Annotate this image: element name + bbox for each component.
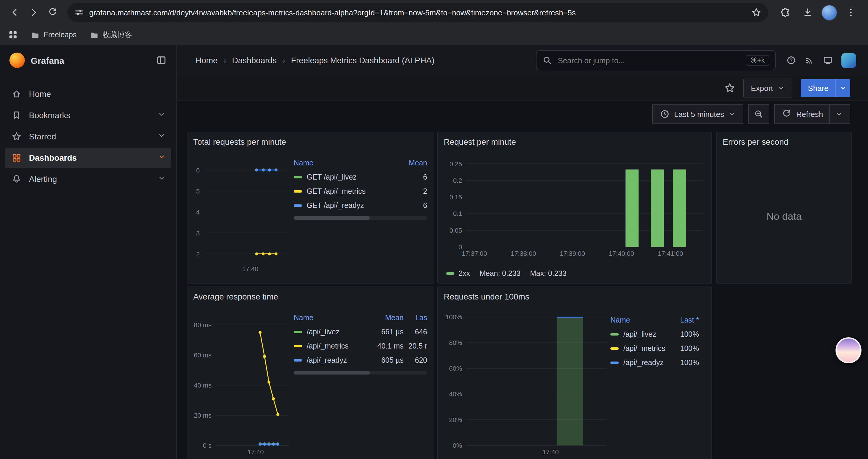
search-box[interactable]: ⌘+k bbox=[536, 50, 776, 70]
grafana-app: Grafana Home Bookmarks Starred bbox=[0, 45, 868, 459]
bookmark-icon bbox=[12, 110, 21, 120]
assistant-avatar-overlay[interactable] bbox=[836, 337, 862, 363]
address-bar[interactable]: grafana.mathmast.com/d/deytv4rwavabkb/fr… bbox=[67, 3, 768, 22]
legend-col[interactable]: 100% bbox=[668, 359, 699, 367]
legend-row[interactable]: /api/_livez100% bbox=[610, 327, 699, 341]
legend-col[interactable]: Mean bbox=[394, 159, 427, 167]
panel-errors-per-second[interactable]: Errors per second No data bbox=[716, 132, 852, 284]
grafana-logo[interactable] bbox=[9, 53, 25, 68]
panel-title[interactable]: Average response time bbox=[193, 292, 278, 301]
browser-profile-avatar[interactable] bbox=[821, 4, 837, 21]
site-info-icon[interactable] bbox=[74, 8, 84, 17]
url-text[interactable]: grafana.mathmast.com/d/deytv4rwavabkb/fr… bbox=[89, 8, 746, 17]
panel-title[interactable]: Requests under 100ms bbox=[444, 292, 529, 301]
svg-text:0.25: 0.25 bbox=[450, 160, 462, 168]
svg-text:17:40: 17:40 bbox=[242, 265, 258, 273]
user-profile-avatar[interactable] bbox=[841, 53, 856, 68]
collapse-sidebar-icon[interactable] bbox=[156, 55, 167, 66]
legend-col[interactable]: 20.5 r bbox=[404, 342, 427, 350]
legend-scrollbar[interactable] bbox=[294, 216, 427, 220]
time-range-picker[interactable]: Last 5 minutes bbox=[652, 104, 744, 124]
refresh-interval-caret-icon[interactable] bbox=[836, 110, 843, 118]
breadcrumb-home[interactable]: Home bbox=[195, 56, 218, 65]
chevron-down-icon[interactable] bbox=[158, 132, 165, 141]
reload-button[interactable] bbox=[44, 4, 61, 21]
panel-requests-under-100ms[interactable]: Requests under 100ms 0%20%40%60%80%100%1… bbox=[437, 287, 712, 459]
zoom-out-button[interactable] bbox=[748, 104, 770, 124]
sidebar-item-alerting[interactable]: Alerting bbox=[5, 169, 172, 189]
back-button[interactable] bbox=[6, 4, 24, 21]
legend-col: Name bbox=[610, 316, 668, 324]
panel-title[interactable]: Errors per second bbox=[723, 137, 788, 146]
svg-text:17:40: 17:40 bbox=[542, 448, 559, 456]
legend-row[interactable]: /api/_livez661 µs646 bbox=[294, 325, 427, 339]
bookmark-star-icon[interactable] bbox=[752, 8, 761, 17]
legend-row[interactable]: GET /api/_metrics2 bbox=[294, 184, 427, 198]
bar-chart[interactable]: 0%20%40%60%80%100%17:40 bbox=[442, 308, 610, 457]
legend-row[interactable]: /api/_metrics40.1 ms20.5 r bbox=[294, 339, 427, 353]
timeseries-chart[interactable]: 2345617:40 bbox=[191, 156, 292, 274]
share-button[interactable]: Share bbox=[801, 79, 850, 97]
svg-text:20 ms: 20 ms bbox=[194, 412, 212, 419]
sidebar-item-bookmarks[interactable]: Bookmarks bbox=[5, 105, 172, 125]
share-dropdown-caret[interactable] bbox=[836, 79, 850, 97]
browser-menu-icon[interactable] bbox=[842, 4, 860, 21]
sidebar-item-home[interactable]: Home bbox=[5, 84, 172, 104]
panel-average-response-time[interactable]: Average response time 0 s20 ms40 ms60 ms… bbox=[187, 287, 434, 459]
legend-col[interactable]: 100% bbox=[668, 330, 699, 338]
legend-col[interactable]: 6 bbox=[394, 201, 427, 210]
export-button[interactable]: Export bbox=[743, 78, 793, 97]
legend-col[interactable]: 100% bbox=[668, 345, 699, 353]
bookmark-folder-freeleaps[interactable]: Freeleaps bbox=[31, 30, 76, 39]
legend-col[interactable]: 620 bbox=[404, 356, 427, 364]
bar-chart[interactable]: 00.050.10.150.20.2517:37:0017:38:0017:39… bbox=[442, 154, 707, 259]
legend-col[interactable]: 605 µs bbox=[367, 356, 404, 364]
legend-col[interactable]: 2 bbox=[394, 187, 427, 196]
timeseries-chart[interactable]: 0 s20 ms40 ms60 ms80 ms17:40 bbox=[191, 311, 292, 457]
legend-row[interactable]: GET /api/_livez6 bbox=[294, 170, 427, 184]
bookmarks-bar: Freeleaps 收藏博客 bbox=[0, 25, 868, 45]
panel-request-per-minute[interactable]: Request per minute 00.050.10.150.20.2517… bbox=[437, 132, 712, 284]
sidebar-item-starred[interactable]: Starred bbox=[5, 126, 172, 146]
legend-col[interactable]: 661 µs bbox=[367, 328, 404, 336]
legend-col[interactable]: 6 bbox=[394, 173, 427, 182]
legend-col[interactable]: 40.1 ms bbox=[367, 342, 404, 350]
chevron-down-icon[interactable] bbox=[158, 153, 165, 162]
legend-col[interactable]: Las bbox=[404, 314, 427, 322]
svg-text:17:37:00: 17:37:00 bbox=[462, 250, 487, 257]
legend-table: NameLast */api/_livez100%/api/_metrics10… bbox=[610, 313, 699, 370]
search-icon bbox=[542, 56, 552, 65]
legend-row[interactable]: GET /api/_readyz6 bbox=[294, 198, 427, 213]
forward-button[interactable] bbox=[25, 4, 42, 21]
apps-grid-icon[interactable] bbox=[8, 30, 18, 40]
chevron-down-icon[interactable] bbox=[158, 174, 165, 184]
breadcrumb-dashboards[interactable]: Dashboards bbox=[232, 56, 277, 65]
bookmark-folder-blogs[interactable]: 收藏博客 bbox=[90, 30, 132, 40]
monitor-icon[interactable] bbox=[823, 56, 833, 65]
search-input[interactable] bbox=[557, 55, 741, 65]
screen: grafana.mathmast.com/d/deytv4rwavabkb/fr… bbox=[0, 0, 868, 459]
extensions-icon[interactable] bbox=[776, 4, 794, 21]
legend-col: Name bbox=[294, 159, 394, 167]
legend-item-2xx[interactable]: 2xx bbox=[446, 269, 470, 277]
sidebar-item-dashboards[interactable]: Dashboards bbox=[5, 148, 172, 168]
legend-row[interactable]: /api/_readyz605 µs620 bbox=[294, 353, 427, 367]
legend-col[interactable]: 646 bbox=[404, 328, 427, 336]
panel-title[interactable]: Total requests per minute bbox=[193, 137, 286, 146]
help-icon[interactable]: ? bbox=[786, 56, 796, 65]
legend-col[interactable]: Mean bbox=[367, 314, 404, 322]
legend-scrollbar[interactable] bbox=[294, 371, 427, 374]
favorite-dashboard-star-icon[interactable] bbox=[724, 83, 735, 93]
chevron-down-icon[interactable] bbox=[158, 110, 165, 120]
series-swatch bbox=[294, 359, 302, 362]
panel-total-requests-per-minute[interactable]: Total requests per minute 2345617:40 Nam… bbox=[187, 132, 434, 284]
svg-text:17:39:00: 17:39:00 bbox=[560, 250, 585, 257]
legend-col[interactable]: Last * bbox=[668, 316, 699, 324]
refresh-button[interactable]: Refresh bbox=[774, 104, 850, 124]
news-rss-icon[interactable] bbox=[805, 56, 814, 65]
legend-row[interactable]: /api/_metrics100% bbox=[610, 341, 699, 356]
downloads-icon[interactable] bbox=[799, 4, 816, 21]
legend-row[interactable]: /api/_readyz100% bbox=[610, 356, 699, 370]
panel-title[interactable]: Request per minute bbox=[444, 137, 516, 146]
clock-icon bbox=[660, 109, 670, 119]
